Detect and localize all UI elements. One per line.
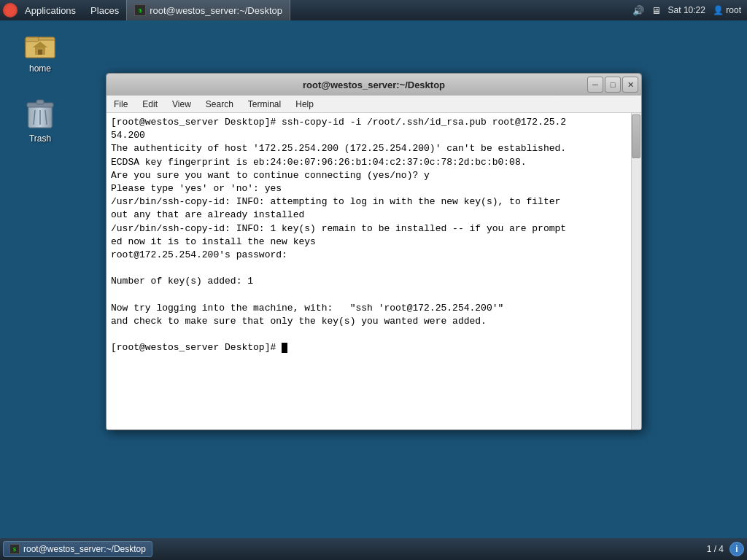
volume-icon[interactable]: 🔊 bbox=[632, 5, 644, 16]
system-tray: 🔊 🖥 Sat 10:22 👤 root bbox=[632, 0, 747, 20]
home-icon bbox=[23, 26, 58, 61]
user-icon: 👤 bbox=[713, 5, 724, 15]
terminal-cursor bbox=[282, 343, 287, 353]
trash-desktop-icon[interactable]: Trash bbox=[11, 96, 69, 144]
terminal-body[interactable]: [root@westos_server Desktop]# ssh-copy-i… bbox=[107, 113, 641, 429]
info-button[interactable]: i bbox=[729, 542, 744, 556]
user-indicator: 👤 root bbox=[713, 5, 741, 15]
taskbar-bottom-right: 1 / 4 i bbox=[707, 542, 744, 556]
home-icon-label: home bbox=[29, 63, 51, 74]
taskbar-terminal-icon: $ bbox=[9, 544, 20, 554]
terminal-titlebar: root@westos_server:~/Desktop ─ □ ✕ bbox=[107, 74, 641, 96]
terminal-title: root@westos_server:~/Desktop bbox=[303, 79, 445, 90]
terminal-taskbar-label: root@westos_server:~/Desktop bbox=[150, 5, 282, 16]
clock: Sat 10:22 bbox=[668, 5, 705, 15]
desktop-icons: home bbox=[11, 26, 69, 144]
home-desktop-icon[interactable]: home bbox=[11, 26, 69, 74]
terminal-menubar: File Edit View Search Terminal Help bbox=[107, 96, 641, 113]
taskbar-terminal-button[interactable]: $ root@westos_server:~/Desktop bbox=[3, 541, 152, 557]
terminal-scrollbar[interactable] bbox=[631, 113, 641, 429]
search-menu[interactable]: Search bbox=[198, 96, 241, 112]
applications-menu[interactable]: Applications bbox=[18, 0, 83, 20]
close-button[interactable]: ✕ bbox=[622, 77, 638, 93]
terminal-menu[interactable]: Terminal bbox=[241, 96, 288, 112]
terminal-taskbar-item[interactable]: $ root@westos_server:~/Desktop bbox=[126, 0, 290, 20]
terminal-output: [root@westos_server Desktop]# ssh-copy-i… bbox=[111, 116, 637, 354]
home-icon-image bbox=[23, 26, 58, 61]
help-menu[interactable]: Help bbox=[288, 96, 321, 112]
svg-rect-5 bbox=[38, 50, 42, 55]
taskbar-terminal-label: root@westos_server:~/Desktop bbox=[23, 544, 146, 554]
maximize-button[interactable]: □ bbox=[605, 77, 621, 93]
app-icon bbox=[3, 3, 18, 18]
svg-rect-9 bbox=[36, 100, 44, 104]
scrollbar-thumb[interactable] bbox=[632, 114, 640, 158]
network-icon[interactable]: 🖥 bbox=[651, 5, 661, 16]
trash-icon bbox=[24, 96, 56, 131]
view-menu[interactable]: View bbox=[165, 96, 198, 112]
places-menu[interactable]: Places bbox=[83, 0, 126, 20]
svg-rect-2 bbox=[26, 37, 39, 42]
app-menu: Applications Places bbox=[0, 0, 126, 20]
trash-icon-label: Trash bbox=[29, 133, 51, 144]
minimize-button[interactable]: ─ bbox=[587, 77, 603, 93]
trash-icon-image bbox=[23, 96, 58, 131]
page-indicator: 1 / 4 bbox=[707, 544, 724, 554]
terminal-window: root@westos_server:~/Desktop ─ □ ✕ File … bbox=[106, 73, 642, 430]
terminal-window-controls: ─ □ ✕ bbox=[587, 77, 638, 93]
taskbar-top: Applications Places $ root@westos_server… bbox=[0, 0, 747, 20]
edit-menu[interactable]: Edit bbox=[135, 96, 165, 112]
taskbar-bottom: $ root@westos_server:~/Desktop 1 / 4 i bbox=[0, 538, 747, 560]
terminal-small-icon: $ bbox=[134, 4, 146, 16]
file-menu[interactable]: File bbox=[107, 96, 135, 112]
